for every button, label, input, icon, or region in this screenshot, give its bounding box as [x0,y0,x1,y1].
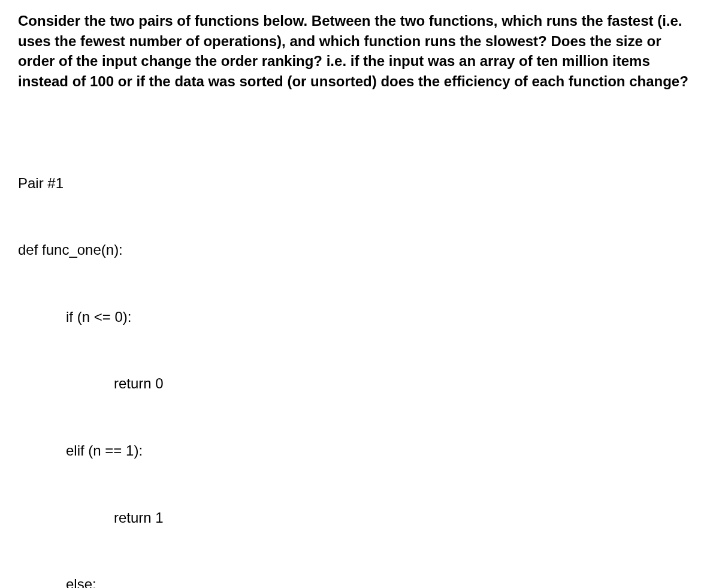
func-one-def: def func_one(n): [18,239,701,261]
func-one-if: if (n <= 0): [18,306,701,328]
func-one-elif: elif (n == 1): [18,439,701,462]
code-content: Pair #1 def func_one(n): if (n <= 0): re… [18,127,701,588]
func-one-else: else: [18,573,701,588]
pair-label: Pair #1 [18,172,701,194]
func-one-return1: return 1 [18,506,701,529]
func-one-return0: return 0 [18,372,701,394]
question-text: Consider the two pairs of functions belo… [18,11,701,91]
